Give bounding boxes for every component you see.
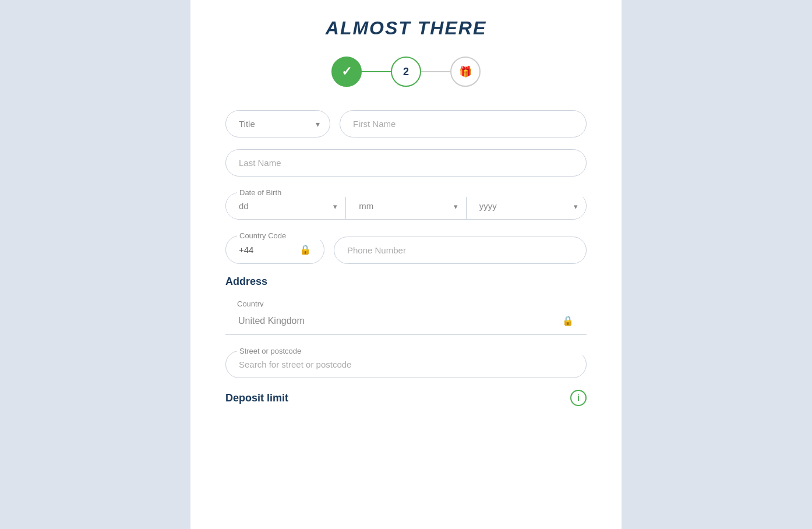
- step-1: ✓: [331, 57, 362, 87]
- dob-label: Date of Birth: [237, 188, 587, 197]
- left-panel: [0, 0, 190, 529]
- country-lock-icon: 🔒: [562, 315, 574, 326]
- lock-icon: 🔒: [299, 244, 311, 255]
- street-label: Street or postcode: [237, 347, 587, 355]
- deposit-title: Deposit limit: [225, 392, 288, 404]
- deposit-row: Deposit limit i: [225, 390, 587, 406]
- dob-group: Date of Birth dd ▾ mm ▾: [225, 188, 587, 220]
- street-wrapper: Street or postcode: [225, 347, 587, 378]
- right-panel: [622, 0, 812, 529]
- step-2: 2: [391, 57, 421, 87]
- country-code-label: Country Code: [237, 231, 324, 240]
- connector-2: [421, 71, 450, 72]
- page-title: ALMOST THERE: [326, 17, 486, 39]
- phone-group: Country Code +44 🔒: [225, 231, 587, 264]
- step-2-label: 2: [403, 66, 409, 78]
- first-name-wrapper: [340, 110, 587, 137]
- step-3: 🎁: [450, 57, 481, 87]
- country-code-value: +44: [239, 245, 253, 255]
- name-row: Title Mr Mrs Ms Dr ▾: [225, 110, 587, 137]
- progress-bar: ✓ 2 🎁: [331, 57, 481, 87]
- checkmark-icon: ✓: [341, 64, 352, 79]
- step-3-label: 🎁: [459, 65, 472, 78]
- country-field-wrapper: Country United Kingdom 🔒: [225, 299, 587, 335]
- info-icon[interactable]: i: [570, 390, 587, 406]
- page-wrapper: ALMOST THERE ✓ 2 🎁 Title Mr: [0, 0, 812, 529]
- title-select[interactable]: Title Mr Mrs Ms Dr: [225, 110, 330, 137]
- address-section-title: Address: [225, 276, 267, 288]
- country-field: United Kingdom 🔒: [225, 307, 587, 335]
- country-code-wrapper: Country Code +44 🔒: [225, 231, 324, 264]
- center-panel: ALMOST THERE ✓ 2 🎁 Title Mr: [190, 0, 622, 529]
- form-container: Title Mr Mrs Ms Dr ▾ Date of Bir: [225, 110, 587, 406]
- phone-input-wrapper: [334, 237, 587, 264]
- last-name-input[interactable]: [225, 149, 587, 177]
- title-select-wrapper: Title Mr Mrs Ms Dr ▾: [225, 110, 330, 137]
- last-name-wrapper: [225, 149, 587, 177]
- country-value: United Kingdom: [238, 316, 305, 326]
- connector-1: [362, 71, 391, 72]
- phone-input[interactable]: [334, 237, 587, 264]
- first-name-input[interactable]: [340, 110, 587, 137]
